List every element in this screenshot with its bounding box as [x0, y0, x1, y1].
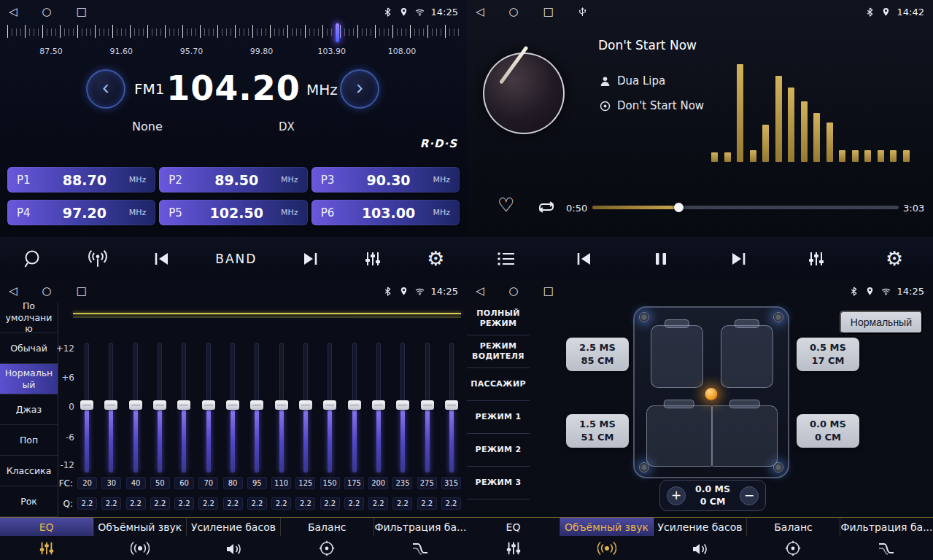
dsp-tab[interactable]: Объёмный звук: [93, 518, 187, 536]
eq-slider-knob[interactable]: [372, 400, 385, 410]
delay-decrease-button[interactable]: −: [740, 486, 759, 505]
filter-tab-icon[interactable]: [840, 541, 933, 556]
repeat-icon[interactable]: [535, 200, 557, 217]
eq-slider-knob[interactable]: [348, 400, 361, 410]
antenna-icon[interactable]: [87, 249, 109, 268]
eq-preset-item[interactable]: Рок: [0, 486, 58, 517]
bass-boost-tab-icon[interactable]: [654, 541, 747, 556]
surround-mode-item[interactable]: ПОЛНЫЙ РЕЖИМ: [467, 303, 530, 335]
eq-slider-track[interactable]: [206, 343, 211, 472]
surround-mode-item[interactable]: РЕЖИМ 3: [467, 467, 530, 499]
dsp-tab[interactable]: Баланс: [747, 518, 840, 536]
eq-preset-item[interactable]: Поп: [0, 425, 58, 456]
eq-slider-track[interactable]: [231, 343, 235, 472]
eq-slider-knob[interactable]: [445, 400, 458, 410]
pause-icon[interactable]: [652, 252, 670, 266]
eq-slider-knob[interactable]: [421, 400, 434, 410]
settings-gear-icon[interactable]: ⚙: [427, 249, 444, 268]
dsp-tab[interactable]: Усиление басов: [187, 518, 280, 536]
eq-slider-track[interactable]: [449, 343, 454, 472]
surround-mode-item[interactable]: РЕЖИМ 2: [467, 434, 530, 467]
eq-slider-track[interactable]: [109, 343, 113, 472]
preset-button[interactable]: P5102.50MHz: [159, 200, 307, 225]
seat-front-right[interactable]: [721, 325, 773, 388]
eq-slider-track[interactable]: [182, 343, 186, 472]
eq-slider-knob[interactable]: [129, 400, 142, 410]
next-station-icon[interactable]: [301, 252, 319, 266]
frequency-pointer[interactable]: [336, 23, 339, 42]
delay-front-left[interactable]: 2.5 MS 85 CM: [566, 338, 629, 371]
seat-front-left[interactable]: [651, 325, 703, 388]
nav-back-button[interactable]: ◁: [9, 0, 18, 23]
nav-recents-button[interactable]: □: [77, 279, 87, 303]
surround-tab-icon[interactable]: [93, 541, 187, 556]
delay-rear-right[interactable]: 0.0 MS 0 CM: [797, 414, 859, 448]
nav-back-button[interactable]: ◁: [9, 279, 18, 303]
preset-button[interactable]: P6103.00MHz: [311, 200, 460, 225]
delay-front-right[interactable]: 0.5 MS 17 CM: [797, 338, 859, 371]
scan-icon[interactable]: [22, 249, 42, 268]
dsp-tab[interactable]: Баланс: [281, 518, 374, 536]
eq-slider-track[interactable]: [328, 343, 332, 472]
nav-recents-button[interactable]: □: [543, 279, 554, 303]
eq-slider-knob[interactable]: [226, 400, 239, 410]
eq-preset-item[interactable]: По умолчанию: [0, 303, 58, 333]
eq-slider-knob[interactable]: [104, 400, 117, 410]
eq-slider-knob[interactable]: [396, 400, 409, 410]
nav-home-button[interactable]: ○: [509, 279, 519, 303]
delay-rear-left[interactable]: 1.5 MS 51 CM: [566, 414, 629, 448]
eq-tab-icon[interactable]: [0, 540, 93, 556]
preset-button[interactable]: P390.30MHz: [311, 167, 460, 192]
settings-gear-icon[interactable]: ⚙: [886, 249, 903, 268]
progress-bar[interactable]: [592, 206, 899, 209]
eq-slider-knob[interactable]: [202, 400, 215, 410]
bass-boost-tab-icon[interactable]: [187, 541, 280, 556]
sound-profile-button[interactable]: Нормальный: [840, 311, 923, 334]
eq-slider-knob[interactable]: [80, 400, 93, 410]
eq-slider-track[interactable]: [303, 343, 308, 472]
eq-slider-knob[interactable]: [299, 400, 312, 410]
eq-slider-track[interactable]: [255, 343, 259, 472]
eq-slider-knob[interactable]: [153, 400, 166, 410]
balance-tab-icon[interactable]: [746, 540, 840, 556]
eq-preset-item[interactable]: Обычай: [0, 333, 58, 364]
nav-home-button[interactable]: ○: [42, 0, 52, 23]
previous-station-icon[interactable]: [153, 252, 171, 266]
equalizer-icon[interactable]: [807, 250, 826, 268]
eq-slider-knob[interactable]: [323, 400, 336, 410]
surround-mode-item[interactable]: РЕЖИМ 1: [467, 401, 530, 434]
nav-back-button[interactable]: ◁: [476, 279, 484, 303]
eq-slider-track[interactable]: [279, 343, 284, 472]
seat-rear-left[interactable]: [646, 405, 712, 467]
eq-preset-item[interactable]: Классика: [0, 456, 58, 486]
next-track-icon[interactable]: [729, 252, 747, 266]
dsp-tab[interactable]: EQ: [467, 518, 560, 536]
preset-button[interactable]: P188.70MHz: [7, 167, 155, 192]
surround-mode-item[interactable]: ПАССАЖИР: [467, 368, 530, 401]
playlist-icon[interactable]: [497, 252, 516, 266]
preset-button[interactable]: P289.50MHz: [159, 167, 307, 192]
band-button[interactable]: BAND: [215, 252, 257, 266]
balance-tab-icon[interactable]: [280, 540, 373, 556]
dsp-tab[interactable]: Фильтрация ба...: [840, 518, 933, 536]
progress-knob[interactable]: [674, 203, 684, 212]
tune-down-button[interactable]: ‹: [86, 69, 125, 109]
eq-slider-track[interactable]: [158, 343, 162, 472]
eq-slider-knob[interactable]: [177, 400, 190, 410]
eq-slider-knob[interactable]: [275, 400, 288, 410]
dsp-tab[interactable]: EQ: [0, 518, 93, 536]
surround-tab-icon[interactable]: [560, 541, 654, 556]
eq-tab-icon[interactable]: [467, 540, 560, 556]
nav-back-button[interactable]: ◁: [476, 0, 484, 23]
tune-up-button[interactable]: ›: [340, 69, 379, 109]
preset-button[interactable]: P497.20MHz: [7, 200, 155, 225]
equalizer-icon[interactable]: [363, 250, 382, 268]
eq-slider-track[interactable]: [400, 343, 405, 472]
frequency-scale[interactable]: 87.5091.6095.7099.80103.90108.00: [7, 25, 460, 60]
listening-position-marker[interactable]: [705, 388, 718, 400]
dsp-tab[interactable]: Усиление басов: [654, 518, 747, 536]
eq-slider-track[interactable]: [133, 343, 138, 472]
delay-increase-button[interactable]: +: [667, 486, 686, 505]
album-art[interactable]: [483, 52, 565, 134]
eq-slider-knob[interactable]: [250, 400, 263, 410]
